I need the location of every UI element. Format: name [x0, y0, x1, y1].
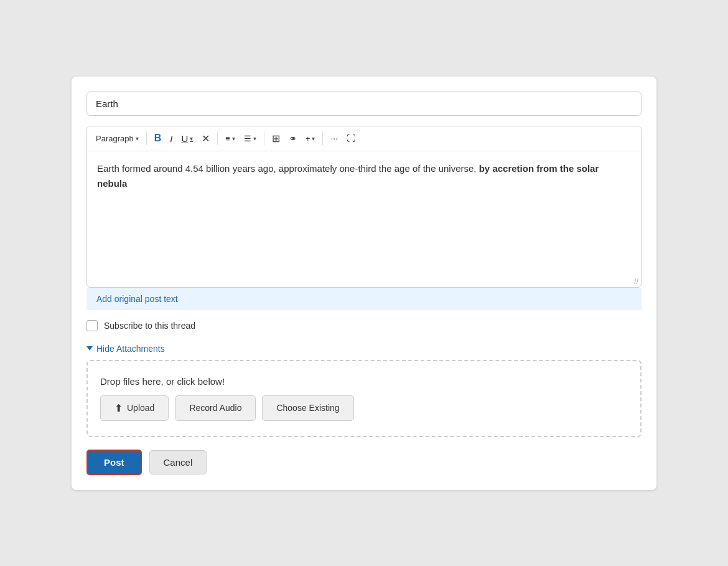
extra-group: ··· ⛶: [327, 131, 359, 146]
more-icon: ···: [330, 133, 338, 143]
italic-button[interactable]: I: [166, 131, 176, 146]
divider-4: [322, 131, 323, 145]
add-original-button[interactable]: Add original post text: [86, 288, 642, 310]
insert-dropdown[interactable]: + ▾: [302, 131, 319, 146]
insert-chevron-icon: ▾: [312, 135, 315, 142]
align-dropdown[interactable]: ≡ ▾: [222, 131, 239, 146]
post-button[interactable]: Post: [86, 450, 142, 475]
fullscreen-button[interactable]: ⛶: [343, 131, 359, 146]
record-audio-button[interactable]: Record Audio: [175, 395, 256, 421]
paragraph-group: Paragraph ▾: [92, 131, 142, 146]
subscribe-row: Subscribe to this thread: [86, 320, 642, 331]
upload-button[interactable]: ⬆ Upload: [100, 395, 169, 421]
divider-2: [217, 131, 218, 145]
plus-icon: +: [306, 134, 310, 143]
title-input[interactable]: [86, 92, 642, 116]
bold-button[interactable]: B: [151, 130, 166, 146]
subscribe-checkbox[interactable]: [86, 320, 98, 331]
strikethrough-icon: ✕: [202, 133, 210, 144]
hide-attachments-label: Hide Attachments: [96, 344, 165, 354]
align-chevron-icon: ▾: [232, 135, 235, 142]
drop-zone-text: Drop files here, or click below!: [100, 376, 628, 387]
more-button[interactable]: ···: [327, 131, 342, 146]
subscribe-label: Subscribe to this thread: [104, 321, 195, 331]
special-chars-button[interactable]: ⊞: [268, 130, 284, 147]
editor-wrapper: Paragraph ▾ B I U ▾ ✕: [86, 126, 642, 288]
list-dropdown[interactable]: ☰ ▾: [240, 131, 260, 146]
divider-3: [264, 131, 264, 145]
editor-toolbar: Paragraph ▾ B I U ▾ ✕: [87, 126, 641, 151]
align-icon: ≡: [225, 134, 230, 143]
upload-icon: ⬆: [114, 402, 123, 414]
drop-buttons: ⬆ Upload Record Audio Choose Existing: [100, 395, 628, 421]
list-chevron-icon: ▾: [253, 135, 256, 142]
special-chars-icon: ⊞: [272, 133, 280, 144]
triangle-down-icon: [86, 346, 93, 351]
cancel-button[interactable]: Cancel: [149, 450, 207, 474]
editor-body[interactable]: Earth formed around 4.54 billion years a…: [87, 151, 641, 276]
format-group: B I U ▾ ✕: [151, 130, 214, 147]
hide-attachments-toggle[interactable]: Hide Attachments: [86, 344, 642, 354]
divider-1: [146, 131, 147, 145]
align-group: ≡ ▾ ☰ ▾: [222, 131, 260, 146]
editor-text-plain: Earth formed around 4.54 billion years a…: [97, 163, 479, 174]
link-icon: ⚭: [289, 133, 297, 144]
choose-existing-button[interactable]: Choose Existing: [262, 395, 353, 421]
list-icon: ☰: [244, 134, 251, 143]
underline-button[interactable]: U ▾: [177, 131, 197, 146]
editor-resize-handle[interactable]: //: [87, 276, 641, 287]
insert-group: ⊞ ⚭ + ▾: [268, 130, 319, 147]
actions-row: Post Cancel: [86, 450, 642, 475]
main-container: Paragraph ▾ B I U ▾ ✕: [72, 77, 656, 490]
fullscreen-icon: ⛶: [347, 133, 355, 143]
underline-chevron-icon: ▾: [190, 135, 193, 142]
paragraph-chevron-icon: ▾: [136, 135, 139, 142]
link-button[interactable]: ⚭: [285, 130, 301, 147]
paragraph-dropdown[interactable]: Paragraph ▾: [92, 131, 142, 146]
strikethrough-button[interactable]: ✕: [198, 130, 213, 147]
drop-zone[interactable]: Drop files here, or click below! ⬆ Uploa…: [86, 360, 642, 437]
